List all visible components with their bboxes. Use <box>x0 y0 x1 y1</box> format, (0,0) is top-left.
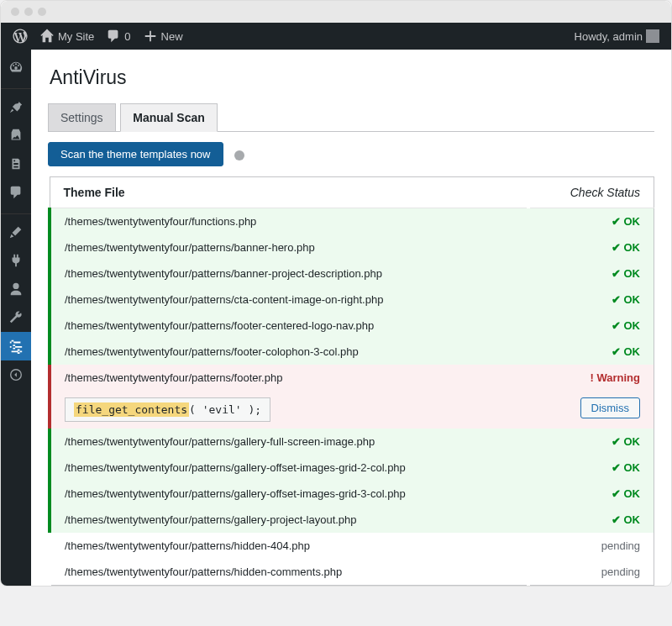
file-path-cell: /themes/twentytwentyfour/patterns/banner… <box>50 234 528 260</box>
file-path-cell: /themes/twentytwentyfour/patterns/hidden… <box>50 533 528 559</box>
sidebar-item-plugins[interactable] <box>1 246 31 275</box>
table-row: /themes/twentytwentyfour/patterns/cta-co… <box>50 287 654 313</box>
status-cell: pending <box>528 533 654 559</box>
sidebar-item-pages[interactable] <box>1 150 31 178</box>
wrench-icon <box>8 310 24 325</box>
comments-icon <box>8 185 24 200</box>
status-cell: ✔ OK <box>528 429 654 455</box>
col-header-file: Theme File <box>50 177 528 208</box>
plus-icon <box>143 29 158 44</box>
table-row: /themes/twentytwentyfour/patterns/banner… <box>50 234 654 260</box>
file-path-cell: /themes/twentytwentyfour/patterns/cta-co… <box>50 287 528 313</box>
sidebar-item-posts[interactable] <box>1 92 31 121</box>
chrome-dot <box>11 8 19 16</box>
table-row: /themes/twentytwentyfour/patterns/hidden… <box>50 533 654 559</box>
table-row: /themes/twentytwentyfour/functions.php✔ … <box>50 208 654 235</box>
sidebar-item-collapse[interactable] <box>1 360 31 389</box>
table-row: /themes/twentytwentyfour/patterns/banner… <box>50 260 654 287</box>
comment-icon <box>106 29 121 44</box>
file-path-cell: /themes/twentytwentyfour/patterns/banner… <box>50 260 528 287</box>
sidebar-item-media[interactable] <box>1 121 31 150</box>
chrome-dot <box>38 8 46 16</box>
site-name-menu[interactable]: My Site <box>34 29 99 44</box>
browser-chrome <box>1 1 671 23</box>
sidebar-item-appearance[interactable] <box>1 218 31 246</box>
status-cell: pending <box>528 559 654 586</box>
status-cell: ✔ OK <box>528 287 654 313</box>
status-cell: ! Warning <box>528 365 654 391</box>
file-path-cell: /themes/twentytwentyfour/functions.php <box>50 208 528 235</box>
user-icon <box>8 281 24 297</box>
table-row: /themes/twentytwentyfour/patterns/footer… <box>50 313 654 339</box>
tab-bar: Settings Manual Scan <box>48 103 654 132</box>
tab-manual-scan[interactable]: Manual Scan <box>120 103 218 132</box>
brush-icon <box>8 224 24 239</box>
status-cell: ✔ OK <box>528 208 654 235</box>
file-path-cell: /themes/twentytwentyfour/patterns/footer… <box>50 339 528 365</box>
sliders-icon <box>8 339 24 354</box>
tab-settings[interactable]: Settings <box>48 103 116 131</box>
greeting-label: Howdy, admin <box>575 30 643 43</box>
wp-logo-menu[interactable] <box>8 29 33 44</box>
dismiss-button[interactable]: Dismiss <box>580 397 641 418</box>
wordpress-icon <box>13 29 28 44</box>
file-path-cell: /themes/twentytwentyfour/patterns/hidden… <box>50 559 528 586</box>
warning-detail-row: Dismissfile_get_contents( 'evil' ); <box>50 391 654 429</box>
admin-bar: My Site 0 New Howdy, admin <box>1 23 671 50</box>
comments-menu[interactable]: 0 <box>101 29 135 44</box>
pages-icon <box>8 156 24 171</box>
spinner-icon <box>234 150 244 160</box>
file-path-cell: /themes/twentytwentyfour/patterns/galler… <box>50 455 528 481</box>
file-path-cell: /themes/twentytwentyfour/patterns/galler… <box>50 429 528 455</box>
admin-sidebar <box>1 50 31 586</box>
media-icon <box>8 128 24 143</box>
status-cell: ✔ OK <box>528 507 654 533</box>
status-cell: ✔ OK <box>528 234 654 260</box>
new-content-menu[interactable]: New <box>138 29 188 44</box>
file-path-cell: /themes/twentytwentyfour/patterns/galler… <box>50 481 528 507</box>
new-label: New <box>161 30 183 43</box>
table-row: /themes/twentytwentyfour/patterns/galler… <box>50 507 654 533</box>
file-path-cell: /themes/twentytwentyfour/patterns/galler… <box>50 507 528 533</box>
status-cell: ✔ OK <box>528 313 654 339</box>
status-cell: ✔ OK <box>528 339 654 365</box>
status-cell: ✔ OK <box>528 260 654 287</box>
table-row: /themes/twentytwentyfour/patterns/galler… <box>50 429 654 455</box>
status-cell: ✔ OK <box>528 481 654 507</box>
col-header-status: Check Status <box>528 177 654 208</box>
sidebar-item-comments[interactable] <box>1 178 31 207</box>
sidebar-item-dashboard[interactable] <box>1 53 31 82</box>
table-row: /themes/twentytwentyfour/patterns/galler… <box>50 481 654 507</box>
scan-results-table: Theme File Check Status /themes/twentytw… <box>48 176 654 586</box>
content-area: AntiVirus Settings Manual Scan Scan the … <box>31 50 671 586</box>
dashboard-icon <box>8 60 24 75</box>
file-path-cell: /themes/twentytwentyfour/patterns/footer… <box>50 313 528 339</box>
plug-icon <box>8 253 24 268</box>
site-name-label: My Site <box>58 30 94 43</box>
chrome-dot <box>24 8 33 16</box>
code-highlight: file_get_contents <box>74 402 189 417</box>
table-row: /themes/twentytwentyfour/patterns/footer… <box>50 339 654 365</box>
sidebar-item-users[interactable] <box>1 275 31 303</box>
sidebar-item-tools[interactable] <box>1 303 31 332</box>
account-menu[interactable]: Howdy, admin <box>570 29 664 43</box>
collapse-icon <box>8 367 24 382</box>
file-path-cell: /themes/twentytwentyfour/patterns/footer… <box>50 365 528 391</box>
home-icon <box>39 29 55 44</box>
status-cell: ✔ OK <box>528 455 654 481</box>
table-row: /themes/twentytwentyfour/patterns/footer… <box>50 365 654 391</box>
sidebar-item-settings[interactable] <box>1 332 31 360</box>
comment-count: 0 <box>124 30 130 43</box>
avatar <box>646 29 659 43</box>
table-row: /themes/twentytwentyfour/patterns/hidden… <box>50 559 654 586</box>
table-row: /themes/twentytwentyfour/patterns/galler… <box>50 455 654 481</box>
page-title: AntiVirus <box>50 66 654 89</box>
scan-now-button[interactable]: Scan the theme templates now <box>48 142 223 166</box>
code-snippet: file_get_contents( 'evil' ); <box>65 397 270 422</box>
pin-icon <box>8 99 24 114</box>
